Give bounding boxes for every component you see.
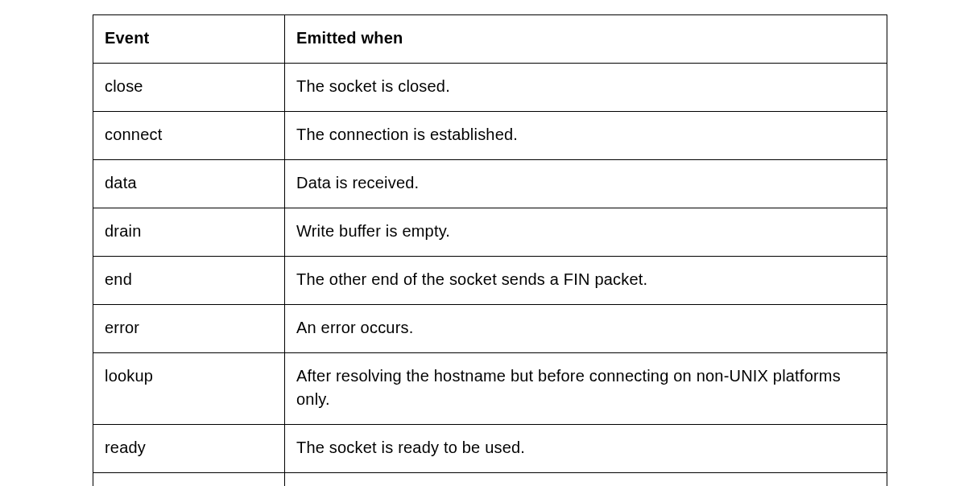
table-row: connect The connection is established. <box>93 112 887 160</box>
cell-event: close <box>93 64 285 112</box>
cell-desc: The socket times out from inactivity. <box>285 473 887 487</box>
cell-desc: An error occurs. <box>285 305 887 353</box>
cell-event: ready <box>93 425 285 473</box>
cell-desc: Write buffer is empty. <box>285 208 887 257</box>
cell-event: end <box>93 257 285 305</box>
cell-desc: After resolving the hostname but before … <box>285 353 887 425</box>
cell-event: connect <box>93 112 285 160</box>
table-row: close The socket is closed. <box>93 64 887 112</box>
table-row: drain Write buffer is empty. <box>93 208 887 257</box>
cell-desc: The connection is established. <box>285 112 887 160</box>
table-row: end The other end of the socket sends a … <box>93 257 887 305</box>
cell-event: drain <box>93 208 285 257</box>
header-event: Event <box>93 15 285 64</box>
table-row: error An error occurs. <box>93 305 887 353</box>
table-row: ready The socket is ready to be used. <box>93 425 887 473</box>
socket-events-table: Event Emitted when close The socket is c… <box>93 14 887 486</box>
cell-event: error <box>93 305 285 353</box>
cell-event: lookup <box>93 353 285 425</box>
table-row: data Data is received. <box>93 160 887 208</box>
table-row: lookup After resolving the hostname but … <box>93 353 887 425</box>
cell-desc: The socket is ready to be used. <box>285 425 887 473</box>
cell-desc: Data is received. <box>285 160 887 208</box>
table-header-row: Event Emitted when <box>93 15 887 64</box>
cell-event: timeout <box>93 473 285 487</box>
cell-event: data <box>93 160 285 208</box>
table-row: timeout The socket times out from inacti… <box>93 473 887 487</box>
header-emitted-when: Emitted when <box>285 15 887 64</box>
cell-desc: The socket is closed. <box>285 64 887 112</box>
cell-desc: The other end of the socket sends a FIN … <box>285 257 887 305</box>
